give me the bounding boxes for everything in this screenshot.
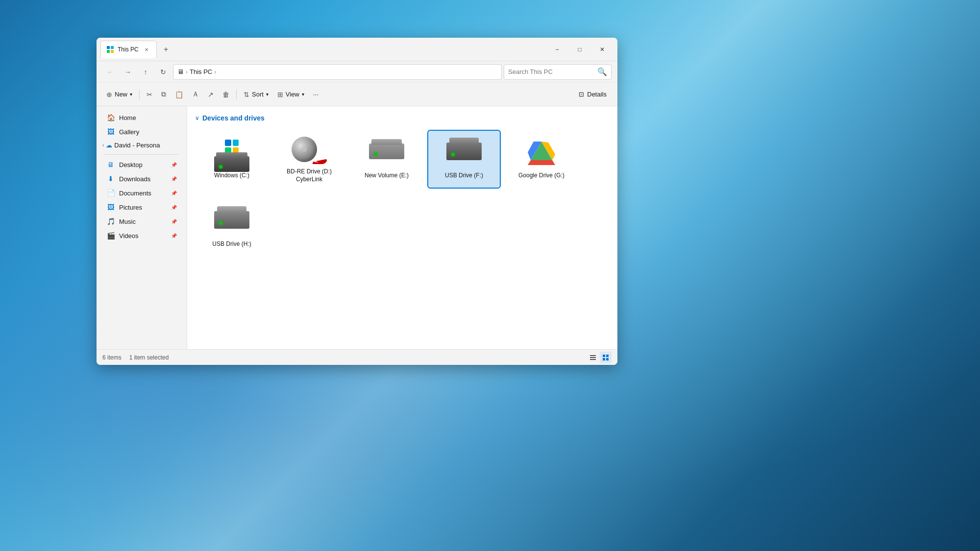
share-button[interactable]: ↗ bbox=[204, 87, 218, 102]
sidebar-item-gallery-label: Gallery bbox=[119, 128, 177, 136]
david-expand-icon: › bbox=[102, 143, 104, 148]
svg-rect-6 bbox=[590, 357, 596, 358]
minimize-button[interactable]: − bbox=[546, 42, 568, 57]
details-panel-icon: ⊡ bbox=[579, 91, 584, 98]
drive-label-gdrive-g: Google Drive (G:) bbox=[518, 172, 564, 180]
svg-rect-7 bbox=[590, 359, 596, 360]
paste-button[interactable]: 📋 bbox=[171, 87, 187, 102]
breadcrumb-pc-icon: 🖥 bbox=[177, 68, 184, 75]
title-bar: This PC ✕ + − □ ✕ bbox=[97, 38, 617, 61]
sidebar-item-desktop[interactable]: 🖥 Desktop 📌 bbox=[98, 158, 185, 171]
breadcrumb-bar[interactable]: 🖥 › This PC › bbox=[173, 64, 502, 80]
search-input[interactable] bbox=[508, 68, 594, 75]
maximize-button[interactable]: □ bbox=[568, 42, 591, 57]
share-icon: ↗ bbox=[208, 91, 214, 98]
new-chevron-icon: ▾ bbox=[130, 92, 132, 97]
file-area: ∨ Devices and drives bbox=[187, 106, 617, 349]
breadcrumb-sep-1: › bbox=[186, 69, 188, 75]
main-content: 🏠 Home 🖼 Gallery › ☁ David - Persona 🖥 D… bbox=[97, 106, 617, 349]
documents-pin-icon: 📌 bbox=[171, 191, 177, 196]
sidebar-item-david[interactable]: › ☁ David - Persona bbox=[98, 139, 185, 151]
paste-icon: 📋 bbox=[175, 91, 183, 98]
drive-usb-f[interactable]: USB Drive (F:) bbox=[427, 130, 501, 189]
breadcrumb-this-pc[interactable]: This PC bbox=[190, 68, 212, 75]
drive-label-usb-f: USB Drive (F:) bbox=[445, 172, 483, 180]
home-icon: 🏠 bbox=[106, 113, 115, 122]
drive-windows-c[interactable]: Windows (C:) bbox=[195, 130, 269, 189]
tab-this-pc[interactable]: This PC ✕ bbox=[100, 41, 157, 58]
rename-button[interactable]: Ａ bbox=[188, 87, 203, 102]
drive-label-volume-e: New Volume (E:) bbox=[365, 172, 409, 180]
sidebar-item-music[interactable]: 🎵 Music 📌 bbox=[98, 215, 185, 228]
svg-point-0 bbox=[310, 156, 326, 164]
svg-rect-10 bbox=[603, 358, 605, 360]
sidebar-item-music-label: Music bbox=[119, 218, 167, 225]
sidebar-item-downloads-label: Downloads bbox=[119, 175, 167, 183]
drive-gdrive-g[interactable]: Google Drive (G:) bbox=[505, 130, 578, 189]
new-icon: ⊕ bbox=[106, 91, 112, 98]
delete-icon: 🗑 bbox=[222, 91, 229, 98]
svg-rect-8 bbox=[603, 355, 605, 357]
tab-area: This PC ✕ + bbox=[100, 38, 546, 61]
new-tab-button[interactable]: + bbox=[159, 42, 173, 57]
sidebar-item-pictures[interactable]: 🖼 Pictures 📌 bbox=[98, 200, 185, 214]
desktop-icon: 🖥 bbox=[106, 160, 115, 169]
grid-view-button[interactable] bbox=[600, 352, 612, 363]
copy-icon: ⧉ bbox=[161, 90, 166, 98]
delete-button[interactable]: 🗑 bbox=[219, 87, 233, 102]
view-toggle bbox=[587, 352, 612, 363]
sidebar-item-videos[interactable]: 🎬 Videos 📌 bbox=[98, 229, 185, 242]
sidebar: 🏠 Home 🖼 Gallery › ☁ David - Persona 🖥 D… bbox=[97, 106, 187, 349]
sidebar-item-downloads[interactable]: ⬇ Downloads 📌 bbox=[98, 172, 185, 186]
file-explorer-window: This PC ✕ + − □ ✕ ← → ↑ ↻ 🖥 › This PC › … bbox=[97, 38, 617, 365]
drive-icon-windows-c bbox=[214, 139, 249, 168]
cut-button[interactable]: ✂ bbox=[143, 87, 156, 102]
details-label: Details bbox=[587, 91, 607, 98]
cloud-icon: ☁ bbox=[106, 142, 112, 149]
drive-volume-e[interactable]: New Volume (E:) bbox=[350, 130, 423, 189]
view-button[interactable]: ⊞ View ▾ bbox=[273, 87, 308, 102]
refresh-button[interactable]: ↻ bbox=[155, 64, 171, 80]
toolbar-separator-1 bbox=[139, 90, 140, 99]
drive-bdre-d[interactable]: BD-RE Drive (D:) CyberLink bbox=[272, 130, 346, 189]
videos-pin-icon: 📌 bbox=[171, 233, 177, 239]
status-selection: 1 item selected bbox=[129, 354, 169, 361]
sidebar-item-desktop-label: Desktop bbox=[119, 161, 167, 168]
tab-close-button[interactable]: ✕ bbox=[143, 46, 150, 53]
forward-button[interactable]: → bbox=[120, 64, 136, 80]
search-box[interactable]: 🔍 bbox=[504, 64, 612, 80]
list-view-button[interactable] bbox=[587, 352, 599, 363]
sort-chevron-icon: ▾ bbox=[266, 92, 269, 97]
drive-label-windows-c: Windows (C:) bbox=[214, 172, 249, 180]
details-button[interactable]: ⊡ Details bbox=[574, 87, 612, 102]
view-label: View bbox=[286, 91, 299, 98]
new-label: New bbox=[115, 91, 127, 98]
sidebar-item-home[interactable]: 🏠 Home bbox=[98, 111, 185, 124]
view-icon: ⊞ bbox=[277, 91, 283, 98]
status-items-count: 6 items bbox=[102, 354, 122, 361]
sidebar-item-gallery[interactable]: 🖼 Gallery bbox=[98, 125, 185, 139]
close-button[interactable]: ✕ bbox=[591, 42, 613, 57]
sort-icon: ⇅ bbox=[244, 91, 249, 98]
drive-icon-volume-e bbox=[369, 139, 404, 168]
svg-rect-11 bbox=[606, 358, 609, 360]
sidebar-item-documents[interactable]: 📄 Documents 📌 bbox=[98, 186, 185, 200]
music-icon: 🎵 bbox=[106, 217, 115, 226]
back-button[interactable]: ← bbox=[102, 64, 118, 80]
pictures-icon: 🖼 bbox=[106, 203, 115, 212]
up-button[interactable]: ↑ bbox=[138, 64, 153, 80]
gallery-icon: 🖼 bbox=[106, 127, 115, 136]
downloads-icon: ⬇ bbox=[106, 174, 115, 183]
sidebar-item-documents-label: Documents bbox=[119, 190, 167, 197]
toolbar-separator-2 bbox=[236, 90, 237, 99]
drives-grid-row2: USB Drive (H:) bbox=[195, 198, 610, 257]
more-button[interactable]: ··· bbox=[309, 87, 322, 102]
drive-usb-h[interactable]: USB Drive (H:) bbox=[195, 198, 269, 257]
toolbar: ⊕ New ▾ ✂ ⧉ 📋 Ａ ↗ 🗑 ⇅ Sort ▾ ⊞ bbox=[97, 83, 617, 106]
new-button[interactable]: ⊕ New ▾ bbox=[102, 87, 136, 102]
pictures-pin-icon: 📌 bbox=[171, 205, 177, 210]
sort-button[interactable]: ⇅ Sort ▾ bbox=[240, 87, 272, 102]
drive-icon-usb-h bbox=[214, 207, 249, 237]
copy-button[interactable]: ⧉ bbox=[157, 87, 170, 102]
section-collapse-button[interactable]: ∨ bbox=[195, 115, 199, 121]
